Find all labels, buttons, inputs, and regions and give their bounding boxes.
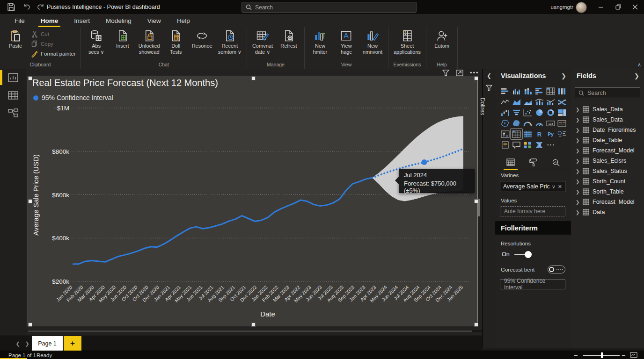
- chevron-down-icon[interactable]: ∨: [552, 184, 556, 190]
- field-well-dropdown[interactable]: Average Sale Price ∨ ✕: [500, 181, 565, 192]
- tab-format[interactable]: [528, 157, 538, 167]
- expand-chevron-icon[interactable]: ❯: [576, 179, 579, 184]
- ribbon-button-cut[interactable]: Cut: [29, 29, 78, 39]
- collapse-fields-icon[interactable]: ❯: [634, 72, 639, 79]
- visual-type-multi-row-card-icon[interactable]: [556, 118, 567, 129]
- save-icon[interactable]: [7, 2, 16, 12]
- rail-model-view[interactable]: [0, 104, 26, 122]
- visual-type-arc-gauge-icon[interactable]: [534, 118, 545, 129]
- user-name[interactable]: uangmgtr: [550, 0, 573, 14]
- values-drop-zone[interactable]: Aute forrsiv here: [500, 206, 565, 216]
- visual-type-line-column-icon[interactable]: [534, 96, 545, 107]
- visual-type-table-icon[interactable]: [522, 129, 534, 139]
- visual-type-hundred-bar-icon[interactable]: [556, 86, 567, 96]
- field-table-date-fiorerimes[interactable]: ❯Date_Fiorerimes: [571, 125, 644, 135]
- restore-button[interactable]: [610, 0, 626, 14]
- ribbon-button-eutom[interactable]: Eutom: [429, 28, 454, 50]
- visual-type-icons-icon[interactable]: [522, 139, 534, 150]
- visual-type-funnel-icon[interactable]: [511, 107, 522, 118]
- visual-type-matrix-icon[interactable]: [511, 129, 522, 139]
- previous-page-icon[interactable]: ❮: [13, 336, 22, 351]
- forecast-line-chart-visual[interactable]: Real Estate Price Forecast (Next 12 Mont…: [28, 76, 477, 326]
- ribbon-button-resonoe[interactable]: Resonoe: [190, 28, 215, 50]
- ribbon-button-insert[interactable]: Insert: [110, 28, 135, 50]
- expand-chevron-icon[interactable]: ❯: [576, 210, 579, 215]
- expand-chevron-icon[interactable]: ❯: [576, 107, 579, 112]
- fields-search-input[interactable]: Search: [575, 87, 640, 98]
- selection-handle[interactable]: [28, 199, 32, 203]
- close-button[interactable]: [627, 0, 643, 14]
- ribbon-button-doll-tests[interactable]: Doll Tests: [163, 28, 189, 57]
- visual-type-stacked-area-icon[interactable]: [522, 96, 534, 107]
- field-table-sales-data[interactable]: ❯Sales_Data: [571, 115, 644, 125]
- ribbon-button-yiew-hagc[interactable]: Yiew hagc: [334, 28, 359, 57]
- rail-data-view[interactable]: [0, 86, 26, 104]
- undo-icon[interactable]: [22, 2, 31, 12]
- menu-tab-modeling[interactable]: Modeling: [98, 15, 139, 27]
- visual-type-scatter-icon[interactable]: [522, 107, 534, 118]
- menu-tab-insert[interactable]: Insert: [66, 15, 98, 27]
- page-tab[interactable]: Page 1: [32, 336, 63, 351]
- zoom-slider[interactable]: [583, 355, 620, 356]
- zoom-in-icon[interactable]: –: [622, 351, 625, 359]
- ribbon-button-abs-secs[interactable]: Abs secs ∨: [84, 28, 109, 57]
- selection-handle[interactable]: [28, 323, 32, 327]
- expand-chevron-icon[interactable]: ❯: [576, 117, 579, 122]
- tab-fields[interactable]: [505, 157, 516, 167]
- collapse-visualizations-icon[interactable]: ❯: [561, 72, 566, 79]
- ribbon-button-format-painter[interactable]: Format painter: [29, 49, 78, 58]
- field-table-sorth-table[interactable]: ❯Sorth_Table: [571, 187, 644, 197]
- visual-type-python-icon[interactable]: Py: [545, 129, 556, 139]
- visual-type-line-clustered-icon[interactable]: [545, 96, 556, 107]
- visual-type-stacked-column-icon[interactable]: [522, 86, 534, 96]
- menu-tab-help[interactable]: Help: [169, 15, 198, 27]
- visual-type-line-icon[interactable]: [499, 96, 511, 107]
- field-table-sbrth-count[interactable]: ❯Sbrth_Count: [571, 176, 644, 187]
- menu-tab-view[interactable]: View: [139, 15, 169, 27]
- field-table-forecast-model[interactable]: ❯Forecast_Model: [571, 197, 644, 207]
- field-table-forecast-model[interactable]: ❯Forecast_Model: [571, 145, 644, 156]
- field-table-sales-data[interactable]: ❯Sales_Data: [571, 104, 644, 115]
- expand-chevron-icon[interactable]: ❯: [576, 158, 579, 164]
- avatar[interactable]: [576, 2, 587, 13]
- visual-type-gauge-icon[interactable]: [522, 118, 534, 129]
- visual-type-pie-icon[interactable]: [534, 107, 545, 118]
- fit-to-screen-icon[interactable]: [630, 352, 637, 358]
- forecast-toggle[interactable]: On: [502, 251, 528, 258]
- visual-type-qa-icon[interactable]: [511, 139, 522, 150]
- expand-chevron-icon[interactable]: ❯: [576, 200, 579, 205]
- visual-type-stacked-bar-icon[interactable]: [499, 86, 511, 96]
- more-options-icon[interactable]: •••: [470, 69, 479, 76]
- expand-chevron-icon[interactable]: ❯: [576, 148, 579, 153]
- field-table-date-table[interactable]: ❯Date_Table: [571, 135, 644, 145]
- zoom-out-icon[interactable]: –: [574, 351, 578, 359]
- minimize-button[interactable]: [593, 0, 608, 14]
- visual-type-card-icon[interactable]: 123: [545, 118, 556, 129]
- focus-mode-icon[interactable]: [456, 70, 463, 76]
- selection-handle[interactable]: [28, 76, 32, 80]
- visual-type-slicer-icon[interactable]: [499, 129, 511, 139]
- rail-report-view[interactable]: [0, 69, 26, 86]
- field-table-sales-status[interactable]: ❯Sales_Status: [571, 166, 644, 176]
- ribbon-button-paste[interactable]: Paste: [3, 28, 28, 50]
- next-page-icon[interactable]: ❯: [22, 336, 32, 351]
- visual-type-donut-icon[interactable]: [545, 107, 556, 118]
- interval-value-input[interactable]: 95% Confidence Interval: [500, 279, 565, 289]
- redo-icon[interactable]: [36, 2, 45, 12]
- ribbon-button-comvnat-date[interactable]: Comvnat date ∨: [250, 28, 275, 57]
- ribbon-button-new-hmiter[interactable]: New hmiter: [307, 28, 333, 57]
- remove-field-icon[interactable]: ✕: [558, 184, 562, 190]
- ribbon-button-copy[interactable]: Copy: [29, 39, 78, 49]
- visual-type-filled-map-icon[interactable]: [511, 118, 522, 129]
- tab-analytics[interactable]: [550, 157, 561, 167]
- zoom-slider-handle[interactable]: [601, 352, 603, 358]
- expand-filters-icon[interactable]: ❮: [483, 72, 496, 79]
- visual-type-more-icon[interactable]: [545, 139, 556, 150]
- field-table-sales-ecisrs[interactable]: ❯Sales_Ecisrs: [571, 156, 644, 166]
- filters-pane-collapsed[interactable]: ❮ Dolires: [482, 69, 496, 348]
- visual-type-table-heatmap-icon[interactable]: [545, 86, 556, 96]
- selection-handle[interactable]: [474, 323, 478, 327]
- field-table-data[interactable]: ❯Data: [571, 207, 644, 217]
- ribbon-button-refrest[interactable]: Refrest: [276, 28, 301, 50]
- global-search-input[interactable]: Search: [242, 2, 417, 13]
